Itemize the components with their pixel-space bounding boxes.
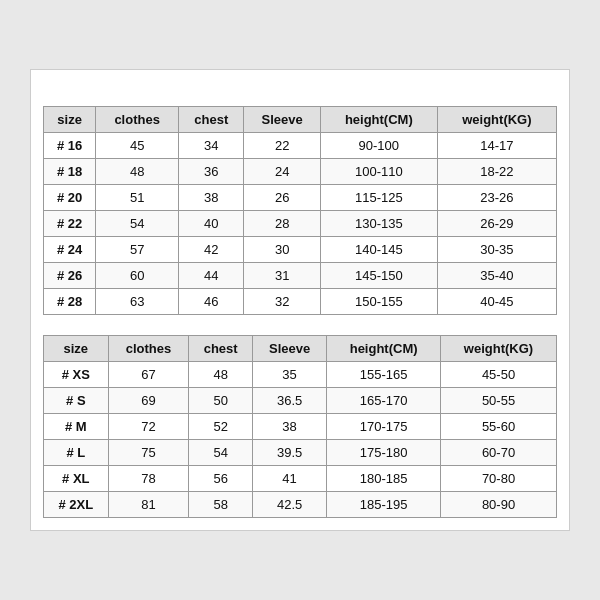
table2-col-header: Sleeve xyxy=(252,336,326,362)
table2-col-header: chest xyxy=(189,336,253,362)
table-cell: 78 xyxy=(108,466,189,492)
table-cell: 30 xyxy=(244,237,320,263)
table-cell: 28 xyxy=(244,211,320,237)
table2-header-row: sizeclotheschestSleeveheight(CM)weight(K… xyxy=(44,336,557,362)
table-cell: # 16 xyxy=(44,133,96,159)
table2-col-header: size xyxy=(44,336,109,362)
table-row: # 24574230140-14530-35 xyxy=(44,237,557,263)
table-cell: 130-135 xyxy=(320,211,437,237)
table-cell: 52 xyxy=(189,414,253,440)
table-cell: # XS xyxy=(44,362,109,388)
table-cell: 100-110 xyxy=(320,159,437,185)
table-cell: # 26 xyxy=(44,263,96,289)
table-cell: 60-70 xyxy=(441,440,557,466)
table-cell: 34 xyxy=(179,133,244,159)
table-cell: 155-165 xyxy=(327,362,441,388)
table-cell: 40 xyxy=(179,211,244,237)
table-row: # XS674835155-16545-50 xyxy=(44,362,557,388)
table-cell: 14-17 xyxy=(437,133,556,159)
table-cell: 31 xyxy=(244,263,320,289)
table-cell: 90-100 xyxy=(320,133,437,159)
table-cell: 54 xyxy=(189,440,253,466)
size-table-2: sizeclotheschestSleeveheight(CM)weight(K… xyxy=(43,335,557,518)
table1-col-header: height(CM) xyxy=(320,107,437,133)
table2-header: sizeclotheschestSleeveheight(CM)weight(K… xyxy=(44,336,557,362)
table-cell: 115-125 xyxy=(320,185,437,211)
table1-col-header: Sleeve xyxy=(244,107,320,133)
table-row: # 1645342290-10014-17 xyxy=(44,133,557,159)
table-cell: 36 xyxy=(179,159,244,185)
table-cell: 35-40 xyxy=(437,263,556,289)
table-cell: 180-185 xyxy=(327,466,441,492)
table-cell: 54 xyxy=(96,211,179,237)
table1-header: sizeclotheschestSleeveheight(CM)weight(K… xyxy=(44,107,557,133)
table-row: # XL785641180-18570-80 xyxy=(44,466,557,492)
table-row: # 22544028130-13526-29 xyxy=(44,211,557,237)
table-cell: 57 xyxy=(96,237,179,263)
table-cell: 41 xyxy=(252,466,326,492)
table-cell: 67 xyxy=(108,362,189,388)
size-table-1: sizeclotheschestSleeveheight(CM)weight(K… xyxy=(43,106,557,315)
table-cell: 56 xyxy=(189,466,253,492)
table-cell: 75 xyxy=(108,440,189,466)
size-chart-card: sizeclotheschestSleeveheight(CM)weight(K… xyxy=(30,69,570,531)
table-cell: 63 xyxy=(96,289,179,315)
table-row: # 28634632150-15540-45 xyxy=(44,289,557,315)
table-cell: # S xyxy=(44,388,109,414)
section-divider xyxy=(43,315,557,325)
table-cell: 35 xyxy=(252,362,326,388)
table-cell: 70-80 xyxy=(441,466,557,492)
table-cell: 69 xyxy=(108,388,189,414)
table-cell: 36.5 xyxy=(252,388,326,414)
table-cell: 81 xyxy=(108,492,189,518)
table-cell: 46 xyxy=(179,289,244,315)
table-row: # L755439.5175-18060-70 xyxy=(44,440,557,466)
table-cell: 140-145 xyxy=(320,237,437,263)
table-cell: 24 xyxy=(244,159,320,185)
table-cell: 48 xyxy=(189,362,253,388)
table-cell: # XL xyxy=(44,466,109,492)
table-cell: 150-155 xyxy=(320,289,437,315)
table-cell: 80-90 xyxy=(441,492,557,518)
table-cell: 58 xyxy=(189,492,253,518)
table-cell: 38 xyxy=(179,185,244,211)
table-cell: 145-150 xyxy=(320,263,437,289)
table-row: # M725238170-17555-60 xyxy=(44,414,557,440)
table2-col-header: weight(KG) xyxy=(441,336,557,362)
table-cell: 30-35 xyxy=(437,237,556,263)
table-cell: 18-22 xyxy=(437,159,556,185)
table1-col-header: clothes xyxy=(96,107,179,133)
table-cell: 60 xyxy=(96,263,179,289)
table-row: # S695036.5165-17050-55 xyxy=(44,388,557,414)
table-cell: 39.5 xyxy=(252,440,326,466)
table-cell: 45 xyxy=(96,133,179,159)
table-cell: 44 xyxy=(179,263,244,289)
table2-col-header: height(CM) xyxy=(327,336,441,362)
table-cell: # 18 xyxy=(44,159,96,185)
table-cell: # 28 xyxy=(44,289,96,315)
table-cell: # 22 xyxy=(44,211,96,237)
table-cell: 38 xyxy=(252,414,326,440)
table-cell: 170-175 xyxy=(327,414,441,440)
table1-body: # 1645342290-10014-17# 18483624100-11018… xyxy=(44,133,557,315)
table1-col-header: size xyxy=(44,107,96,133)
table-cell: 32 xyxy=(244,289,320,315)
table-cell: 45-50 xyxy=(441,362,557,388)
table-cell: 48 xyxy=(96,159,179,185)
table-cell: # L xyxy=(44,440,109,466)
table1-col-header: chest xyxy=(179,107,244,133)
table-cell: 55-60 xyxy=(441,414,557,440)
table-cell: 26 xyxy=(244,185,320,211)
table-cell: # 24 xyxy=(44,237,96,263)
table-row: # 18483624100-11018-22 xyxy=(44,159,557,185)
table2-col-header: clothes xyxy=(108,336,189,362)
table-cell: 22 xyxy=(244,133,320,159)
table1-header-row: sizeclotheschestSleeveheight(CM)weight(K… xyxy=(44,107,557,133)
table1-col-header: weight(KG) xyxy=(437,107,556,133)
table-cell: # 20 xyxy=(44,185,96,211)
table-cell: 50-55 xyxy=(441,388,557,414)
table2-body: # XS674835155-16545-50# S695036.5165-170… xyxy=(44,362,557,518)
table-cell: 175-180 xyxy=(327,440,441,466)
table-cell: 50 xyxy=(189,388,253,414)
table-cell: # M xyxy=(44,414,109,440)
